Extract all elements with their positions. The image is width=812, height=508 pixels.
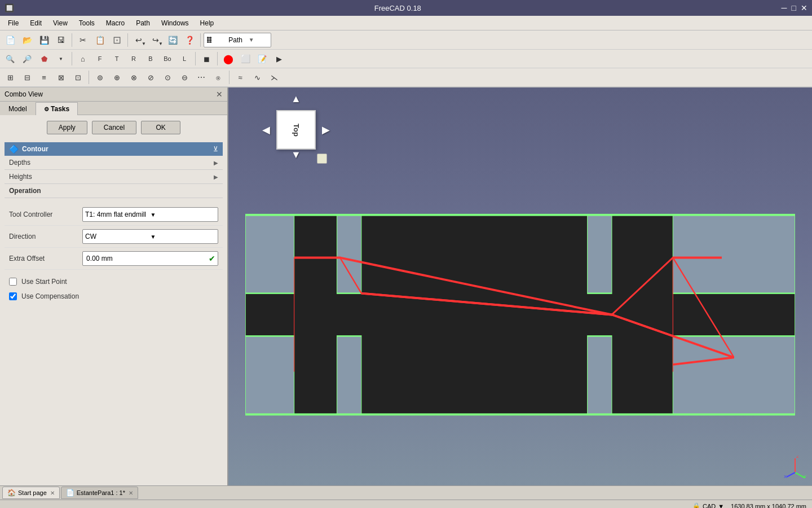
tb-path-8[interactable]: ⊗ [126, 69, 142, 85]
combo-close-button[interactable]: ✕ [216, 90, 223, 99]
close-button[interactable]: ✕ [801, 3, 807, 12]
tb-path-3[interactable]: ≡ [36, 69, 52, 85]
svg-rect-4 [673, 336, 795, 414]
minimize-button[interactable]: ─ [782, 3, 787, 12]
tb-home-view[interactable]: ⌂ [75, 51, 91, 67]
tab-start-page[interactable]: 🏠 Start page ✕ [2, 487, 60, 499]
tool-controller-arrow[interactable]: ▼ [148, 212, 216, 218]
workbench-label: Path [228, 36, 248, 44]
tb-left[interactable]: L [176, 51, 192, 67]
tb-path-2[interactable]: ⊟ [19, 69, 35, 85]
tb-save[interactable]: 💾 [36, 32, 52, 48]
use-compensation-label[interactable]: Use Compensation [21, 292, 79, 300]
tb-sep-1 [72, 33, 72, 47]
direction-value: CW [85, 233, 148, 240]
direction-row: Direction CW ▼ [5, 226, 223, 248]
ok-button[interactable]: OK [141, 121, 180, 134]
tb-zoom-all[interactable]: 🔍 [2, 51, 18, 67]
tb-path-5[interactable]: ⊡ [70, 69, 86, 85]
tab-model[interactable]: Model [0, 102, 36, 115]
tb-path-7[interactable]: ⊕ [109, 69, 125, 85]
cad-arrow[interactable]: ▼ [718, 503, 724, 509]
tb-new[interactable]: 📄 [2, 32, 18, 48]
tb-bottom[interactable]: Bo [160, 51, 175, 67]
tb-print[interactable]: 🖫 [53, 32, 69, 48]
tb-help[interactable]: ❓ [182, 32, 197, 48]
menu-help[interactable]: Help [195, 18, 220, 28]
cube-arrow-down[interactable]: ▼ [291, 149, 301, 161]
tb-redo[interactable]: ↪▼ [148, 32, 164, 48]
svg-rect-8 [588, 336, 612, 414]
contour-section-header[interactable]: 🔷 Contour ⊻ [5, 142, 223, 156]
extra-offset-input[interactable] [83, 255, 206, 262]
tb-path-4[interactable]: ⊠ [53, 69, 69, 85]
svg-text:Y: Y [804, 474, 806, 478]
apply-button[interactable]: Apply [47, 121, 87, 134]
direction-dropdown[interactable]: CW ▼ [82, 229, 218, 244]
tb-draw-style[interactable]: ⬟ [36, 51, 52, 67]
tb-edit-macro[interactable]: 📝 [254, 51, 270, 67]
svg-text:Z: Z [796, 456, 799, 459]
workbench-dropdown[interactable]: 🛤 Path ▼ [204, 33, 271, 47]
tb-path-icon[interactable]: ⊡ [109, 32, 125, 48]
tb-sep-7 [89, 71, 89, 84]
cube-face-top[interactable]: Top [276, 110, 316, 150]
tb-play-macro[interactable]: ▶ [271, 51, 287, 67]
direction-arrow[interactable]: ▼ [148, 234, 216, 240]
tb-path-16[interactable]: ⋋ [266, 69, 282, 85]
depths-label: Depths [9, 159, 30, 167]
tb-stop[interactable]: ⬜ [237, 51, 253, 67]
tb-cut[interactable]: ✂ [75, 32, 91, 48]
tb-undo[interactable]: ↩▼ [131, 32, 147, 48]
tb-record-red[interactable]: ⬤ [220, 51, 236, 67]
main-layout: Combo View ✕ Model ⚙ Tasks Apply Cancel … [0, 87, 812, 485]
use-start-point-row: Use Start Point [5, 274, 223, 289]
tb-right[interactable]: R [126, 51, 142, 67]
tb-refresh[interactable]: 🔄 [165, 32, 180, 48]
use-compensation-checkbox[interactable] [9, 292, 17, 300]
cube-arrow-right[interactable]: ▶ [322, 124, 330, 136]
tb-path-13[interactable]: ⍟ [210, 69, 226, 85]
depths-subsection[interactable]: Depths ▶ [5, 156, 223, 170]
cube-arrow-up[interactable]: ▲ [291, 93, 301, 105]
tb-copy[interactable]: 📋 [92, 32, 108, 48]
tb-texture[interactable]: ◼ [198, 51, 214, 67]
viewport[interactable]: ▲ ◀ Top ▶ ▼ [228, 87, 812, 485]
menu-file[interactable]: File [2, 18, 24, 28]
tb-front[interactable]: F [92, 51, 108, 67]
menu-path[interactable]: Path [130, 18, 156, 28]
tb-path-14[interactable]: ≈ [232, 69, 248, 85]
estante-close[interactable]: ✕ [129, 490, 133, 496]
use-start-point-label[interactable]: Use Start Point [21, 278, 67, 286]
cancel-button[interactable]: Cancel [92, 121, 136, 134]
tb-path-12[interactable]: ⋯ [193, 69, 209, 85]
operation-subsection[interactable]: Operation [5, 184, 223, 198]
tool-controller-label: Tool Controller [9, 211, 82, 218]
menu-view[interactable]: View [47, 18, 73, 28]
tb-path-1[interactable]: ⊞ [2, 69, 18, 85]
heights-subsection[interactable]: Heights ▶ [5, 170, 223, 184]
tb-path-10[interactable]: ⊙ [160, 69, 175, 85]
menu-windows[interactable]: Windows [156, 18, 195, 28]
tb-path-9[interactable]: ⊘ [143, 69, 158, 85]
tool-controller-dropdown[interactable]: T1: 4mm flat endmill ▼ [82, 207, 218, 222]
extra-offset-confirm-icon[interactable]: ✔ [206, 254, 218, 263]
tb-draw-arrow[interactable]: ▼ [53, 51, 69, 67]
tb-open[interactable]: 📂 [19, 32, 35, 48]
start-page-close[interactable]: ✕ [50, 490, 55, 496]
tb-path-11[interactable]: ⊖ [176, 69, 192, 85]
tb-path-6[interactable]: ⊚ [92, 69, 108, 85]
menu-macro[interactable]: Macro [100, 18, 130, 28]
tab-estante[interactable]: 📄 EstantePara1 : 1* ✕ [61, 487, 138, 499]
tb-sep-2 [127, 33, 128, 47]
use-start-point-checkbox[interactable] [9, 278, 17, 286]
tb-rear[interactable]: B [143, 51, 158, 67]
tb-path-15[interactable]: ∿ [249, 69, 265, 85]
tb-zoom-sel[interactable]: 🔎 [19, 51, 35, 67]
maximize-button[interactable]: □ [792, 3, 796, 12]
cube-arrow-left[interactable]: ◀ [262, 124, 270, 136]
tb-top[interactable]: T [109, 51, 125, 67]
menu-tools[interactable]: Tools [73, 18, 100, 28]
tab-tasks[interactable]: ⚙ Tasks [36, 102, 78, 115]
menu-edit[interactable]: Edit [24, 18, 47, 28]
